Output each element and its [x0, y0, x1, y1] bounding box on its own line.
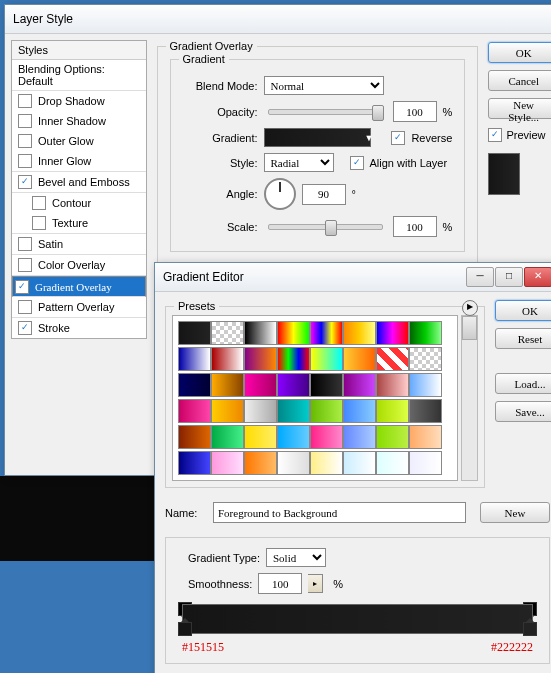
- preset-swatch[interactable]: [310, 425, 343, 449]
- style-satin[interactable]: Satin: [12, 234, 146, 255]
- color-stop-left[interactable]: [178, 622, 192, 636]
- style-select[interactable]: Radial: [264, 153, 334, 172]
- preset-swatch[interactable]: [409, 451, 442, 475]
- preset-swatch[interactable]: [178, 451, 211, 475]
- preview-checkbox[interactable]: [488, 128, 502, 142]
- preset-swatch[interactable]: [178, 425, 211, 449]
- preset-swatch[interactable]: [178, 347, 211, 371]
- style-inner-glow[interactable]: Inner Glow: [12, 151, 146, 172]
- preset-swatch[interactable]: [310, 321, 343, 345]
- checkbox[interactable]: [15, 280, 29, 294]
- style-drop-shadow[interactable]: Drop Shadow: [12, 91, 146, 111]
- scale-slider[interactable]: [268, 224, 383, 230]
- preset-swatch[interactable]: [310, 399, 343, 423]
- preset-swatch[interactable]: [343, 321, 376, 345]
- ge-save-button[interactable]: Save...: [495, 401, 551, 422]
- style-contour[interactable]: Contour: [12, 193, 146, 213]
- preset-swatch[interactable]: [343, 373, 376, 397]
- checkbox[interactable]: [18, 258, 32, 272]
- preset-swatch[interactable]: [244, 321, 277, 345]
- preset-swatch[interactable]: [211, 451, 244, 475]
- checkbox[interactable]: [18, 175, 32, 189]
- style-bevel-and-emboss[interactable]: Bevel and Emboss: [12, 172, 146, 193]
- preset-swatch[interactable]: [310, 347, 343, 371]
- angle-input[interactable]: [302, 184, 346, 205]
- preset-swatch[interactable]: [211, 321, 244, 345]
- opacity-slider[interactable]: [268, 109, 383, 115]
- ls-ok-button[interactable]: OK: [488, 42, 551, 63]
- scale-input[interactable]: [393, 216, 437, 237]
- style-texture[interactable]: Texture: [12, 213, 146, 234]
- blending-options[interactable]: Blending Options: Default: [12, 60, 146, 91]
- align-checkbox[interactable]: [350, 156, 364, 170]
- preset-swatch[interactable]: [244, 347, 277, 371]
- preset-swatch[interactable]: [178, 321, 211, 345]
- checkbox[interactable]: [18, 237, 32, 251]
- preset-swatch[interactable]: [310, 373, 343, 397]
- preset-swatch[interactable]: [277, 399, 310, 423]
- preset-swatch[interactable]: [244, 425, 277, 449]
- preset-swatch[interactable]: [376, 399, 409, 423]
- preset-swatch[interactable]: [343, 425, 376, 449]
- preset-swatch[interactable]: [244, 451, 277, 475]
- checkbox[interactable]: [32, 216, 46, 230]
- checkbox[interactable]: [18, 321, 32, 335]
- preset-swatch[interactable]: [277, 347, 310, 371]
- gradient-type-select[interactable]: Solid: [266, 548, 326, 567]
- preset-swatch[interactable]: [343, 399, 376, 423]
- smoothness-input[interactable]: [258, 573, 302, 594]
- styles-header[interactable]: Styles: [12, 41, 146, 60]
- checkbox[interactable]: [18, 114, 32, 128]
- preset-swatch[interactable]: [211, 347, 244, 371]
- gradient-bar[interactable]: [182, 604, 533, 634]
- preset-swatch[interactable]: [178, 373, 211, 397]
- presets-menu-icon[interactable]: ▶: [462, 300, 478, 316]
- color-stop-right[interactable]: [523, 622, 537, 636]
- style-inner-shadow[interactable]: Inner Shadow: [12, 111, 146, 131]
- minimize-button[interactable]: ─: [466, 267, 494, 287]
- preset-swatch[interactable]: [178, 399, 211, 423]
- preset-swatch[interactable]: [376, 347, 409, 371]
- preset-swatch[interactable]: [277, 425, 310, 449]
- style-outer-glow[interactable]: Outer Glow: [12, 131, 146, 151]
- preset-swatch[interactable]: [277, 373, 310, 397]
- gradient-name-input[interactable]: [213, 502, 466, 523]
- preset-swatch[interactable]: [211, 399, 244, 423]
- preset-scrollbar[interactable]: [461, 315, 478, 481]
- preset-swatch[interactable]: [244, 399, 277, 423]
- preset-swatch[interactable]: [244, 373, 277, 397]
- new-style-button[interactable]: New Style...: [488, 98, 551, 119]
- smoothness-stepper[interactable]: ▸: [308, 574, 323, 593]
- maximize-button[interactable]: □: [495, 267, 523, 287]
- preset-swatch[interactable]: [376, 451, 409, 475]
- close-button[interactable]: ✕: [524, 267, 551, 287]
- preset-swatch[interactable]: [277, 451, 310, 475]
- ge-ok-button[interactable]: OK: [495, 300, 551, 321]
- style-gradient-overlay[interactable]: Gradient Overlay: [12, 276, 146, 297]
- preset-swatch[interactable]: [409, 399, 442, 423]
- checkbox[interactable]: [18, 94, 32, 108]
- preset-swatch[interactable]: [277, 321, 310, 345]
- ls-cancel-button[interactable]: Cancel: [488, 70, 551, 91]
- style-stroke[interactable]: Stroke: [12, 318, 146, 338]
- checkbox[interactable]: [18, 300, 32, 314]
- angle-dial[interactable]: [264, 178, 296, 210]
- ge-reset-button[interactable]: Reset: [495, 328, 551, 349]
- ge-load-button[interactable]: Load...: [495, 373, 551, 394]
- preset-swatch[interactable]: [211, 373, 244, 397]
- preset-swatch[interactable]: [376, 373, 409, 397]
- gradient-swatch[interactable]: [264, 128, 371, 147]
- preset-swatch[interactable]: [409, 347, 442, 371]
- preset-swatch[interactable]: [376, 321, 409, 345]
- preset-swatch[interactable]: [409, 425, 442, 449]
- blend-mode-select[interactable]: Normal: [264, 76, 384, 95]
- gradient-editor-titlebar[interactable]: Gradient Editor ─ □ ✕: [155, 263, 551, 292]
- checkbox[interactable]: [18, 154, 32, 168]
- reverse-checkbox[interactable]: [391, 131, 405, 145]
- preset-swatch[interactable]: [211, 425, 244, 449]
- checkbox[interactable]: [32, 196, 46, 210]
- preset-swatch[interactable]: [376, 425, 409, 449]
- preset-swatch[interactable]: [310, 451, 343, 475]
- style-pattern-overlay[interactable]: Pattern Overlay: [12, 297, 146, 318]
- preset-swatch[interactable]: [343, 347, 376, 371]
